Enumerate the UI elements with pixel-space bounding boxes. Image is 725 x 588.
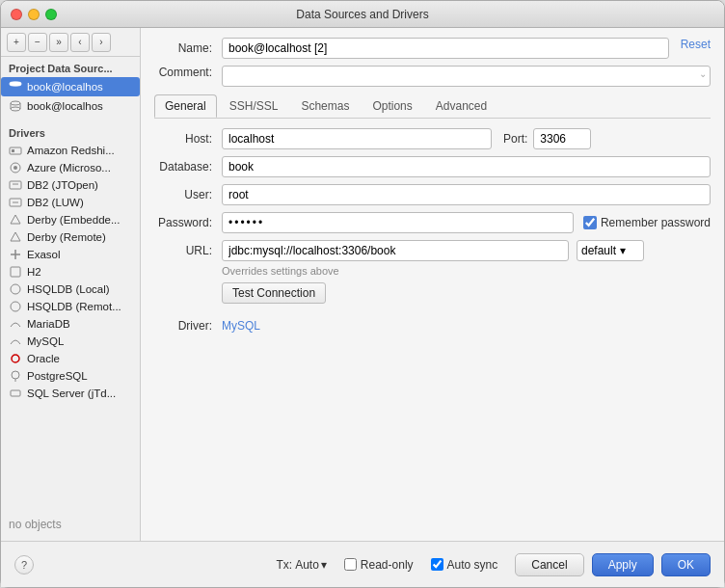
tab-general[interactable]: General bbox=[154, 94, 217, 118]
name-label: Name: bbox=[154, 41, 222, 55]
main-window: Data Sources and Drivers + − » ‹ › bbox=[0, 0, 725, 588]
driver-db2-jtopen[interactable]: DB2 (JTOpen) bbox=[1, 176, 140, 194]
driver-label-oracle: Oracle bbox=[27, 353, 60, 364]
forward-icon: › bbox=[99, 37, 102, 47]
tabs-row: General SSH/SSL Schemas Options Advanced bbox=[154, 94, 711, 119]
host-input[interactable] bbox=[222, 128, 492, 149]
tab-advanced[interactable]: Advanced bbox=[425, 94, 497, 118]
driver-derby-remote[interactable]: Derby (Remote) bbox=[1, 228, 140, 246]
drivers-section: Drivers Amazon Redshi... Azure (Microso.… bbox=[1, 121, 140, 402]
driver-oracle[interactable]: Oracle bbox=[1, 350, 140, 367]
driver-postgresql[interactable]: PostgreSQL bbox=[1, 367, 140, 385]
reset-link[interactable]: Reset bbox=[681, 38, 711, 51]
driver-label-azure: Azure (Microso... bbox=[27, 162, 111, 174]
driver-h2[interactable]: H2 bbox=[1, 263, 140, 281]
add-button[interactable]: + bbox=[7, 33, 26, 52]
maximize-button[interactable] bbox=[45, 9, 57, 20]
tab-schemas[interactable]: Schemas bbox=[290, 94, 360, 118]
driver-label-derby-embedded: Derby (Embedde... bbox=[27, 214, 121, 226]
mysql-icon bbox=[9, 334, 22, 348]
driver-value-link[interactable]: MySQL bbox=[222, 319, 260, 333]
sidebar-item-book-localhost-2[interactable]: book@localhos bbox=[1, 77, 140, 96]
readonly-container: Read-only bbox=[344, 558, 414, 572]
readonly-checkbox[interactable] bbox=[344, 558, 357, 571]
driver-sql-server[interactable]: SQL Server (jTd... bbox=[1, 385, 140, 402]
driver-azure[interactable]: Azure (Microso... bbox=[1, 159, 140, 176]
dropdown-chevron-icon: ▾ bbox=[620, 244, 626, 257]
main-content: + − » ‹ › Project Data Sourc... bbox=[1, 28, 724, 541]
user-input[interactable] bbox=[222, 184, 711, 205]
driver-db2-luw[interactable]: DB2 (LUW) bbox=[1, 194, 140, 211]
driver-hsqldb-local[interactable]: HSQLDB (Local) bbox=[1, 281, 140, 298]
svg-point-19 bbox=[11, 284, 20, 294]
driver-mariadb[interactable]: MariaDB bbox=[1, 315, 140, 333]
cancel-button[interactable]: Cancel bbox=[515, 553, 583, 576]
svg-point-21 bbox=[12, 355, 19, 362]
remember-password-checkbox[interactable] bbox=[583, 216, 597, 229]
driver-label-h2: H2 bbox=[27, 266, 41, 278]
password-input[interactable] bbox=[222, 212, 574, 233]
url-dropdown[interactable]: default ▾ bbox=[577, 240, 644, 261]
sidebar-item-book-localhost-1[interactable]: book@localhos bbox=[1, 96, 140, 116]
overrides-note: Overrides settings above bbox=[222, 265, 711, 277]
autosync-checkbox[interactable] bbox=[431, 558, 443, 571]
password-row: Password: Remember password bbox=[154, 212, 711, 233]
driver-hsqldb-remote[interactable]: HSQLDB (Remot... bbox=[1, 298, 140, 315]
url-dropdown-value: default bbox=[581, 244, 616, 257]
tx-dropdown[interactable]: Auto ▾ bbox=[295, 555, 327, 575]
bottom-center: Tx: Auto ▾ Read-only Auto sync Cancel Ap… bbox=[34, 553, 711, 576]
database-row: Database: bbox=[154, 156, 711, 177]
help-button[interactable]: ? bbox=[14, 555, 34, 575]
more-button[interactable]: » bbox=[49, 33, 68, 52]
svg-point-2 bbox=[11, 101, 20, 105]
driver-mysql[interactable]: MySQL bbox=[1, 333, 140, 350]
database-icon bbox=[9, 80, 22, 94]
tab-ssh-ssl[interactable]: SSH/SSL bbox=[219, 94, 289, 118]
host-label: Host: bbox=[154, 132, 222, 146]
svg-marker-14 bbox=[11, 215, 20, 224]
svg-rect-24 bbox=[11, 390, 20, 396]
redshift-icon bbox=[9, 144, 22, 157]
mariadb-icon bbox=[9, 317, 22, 331]
driver-label-amazon: Amazon Redshi... bbox=[27, 145, 115, 156]
driver-exasol[interactable]: Exasol bbox=[1, 246, 140, 263]
url-row: URL: default ▾ bbox=[154, 240, 711, 261]
tx-value: Auto bbox=[295, 558, 319, 572]
close-button[interactable] bbox=[11, 9, 22, 20]
svg-rect-18 bbox=[11, 267, 20, 277]
test-connection-button[interactable]: Test Connection bbox=[222, 282, 326, 304]
sidebar-item-label-2: book@localhos bbox=[27, 100, 103, 112]
tab-options[interactable]: Options bbox=[362, 94, 422, 118]
autosync-label: Auto sync bbox=[447, 558, 498, 572]
database-input[interactable] bbox=[222, 156, 711, 177]
add-icon: + bbox=[13, 37, 19, 47]
port-label: Port: bbox=[503, 132, 527, 146]
azure-icon bbox=[9, 161, 22, 174]
window-title: Data Sources and Drivers bbox=[296, 8, 428, 21]
name-input[interactable] bbox=[222, 38, 669, 59]
detail-panel: Name: Reset Comment: ⌄ General SSH/SSL S… bbox=[141, 28, 724, 541]
project-datasource-label: Project Data Sourc... bbox=[1, 57, 140, 77]
apply-button[interactable]: Apply bbox=[592, 553, 654, 576]
ok-button[interactable]: OK bbox=[661, 553, 711, 576]
forward-button[interactable]: › bbox=[92, 33, 111, 52]
window-controls bbox=[11, 9, 57, 20]
driver-derby-embedded[interactable]: Derby (Embedde... bbox=[1, 211, 140, 228]
svg-point-5 bbox=[11, 107, 20, 111]
driver-label: Driver: bbox=[154, 319, 222, 333]
url-input[interactable] bbox=[222, 240, 569, 261]
driver-label-hsqldb-remote: HSQLDB (Remot... bbox=[27, 301, 121, 312]
sidebar-toolbar: + − » ‹ › bbox=[1, 28, 140, 57]
host-row: Host: Port: bbox=[154, 128, 711, 149]
database-label: Database: bbox=[154, 160, 222, 174]
derby-embedded-icon bbox=[9, 213, 22, 227]
port-input[interactable] bbox=[533, 128, 591, 149]
minimize-button[interactable] bbox=[28, 9, 40, 20]
remove-button[interactable]: − bbox=[28, 33, 47, 52]
comment-label: Comment: bbox=[154, 66, 222, 79]
driver-label-exasol: Exasol bbox=[27, 249, 61, 260]
comment-input[interactable] bbox=[222, 66, 711, 87]
oracle-icon bbox=[9, 352, 22, 365]
driver-amazon-redshift[interactable]: Amazon Redshi... bbox=[1, 142, 140, 159]
back-button[interactable]: ‹ bbox=[70, 33, 90, 52]
